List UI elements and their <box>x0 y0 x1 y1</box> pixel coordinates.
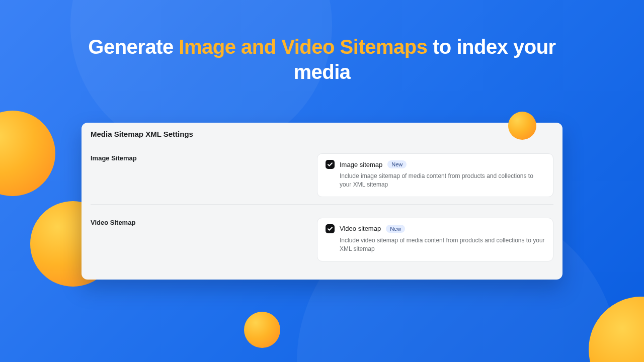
headline-part1: Generate <box>88 36 179 58</box>
page-headline: Generate Image and Video Sitemaps to ind… <box>0 34 644 84</box>
setting-row-image-sitemap: Image Sitemap Image sitemap New Include … <box>91 149 553 204</box>
option-name: Image sitemap <box>340 161 382 168</box>
option-description: Include image sitemap of media content f… <box>340 172 545 190</box>
headline-accent: Image and Video Sitemaps <box>179 36 427 58</box>
check-icon <box>327 161 333 167</box>
setting-row-video-sitemap: Video Sitemap Video sitemap New Include … <box>91 204 553 268</box>
panel-title: Media Sitemap XML Settings <box>91 130 553 138</box>
checkbox-image-sitemap[interactable] <box>326 160 335 169</box>
checkbox-video-sitemap[interactable] <box>326 224 335 233</box>
option-head: Image sitemap New <box>326 160 545 169</box>
option-card-video-sitemap: Video sitemap New Include video sitemap … <box>317 218 553 261</box>
option-card-image-sitemap: Image sitemap New Include image sitemap … <box>317 153 553 197</box>
option-description: Include video sitemap of media content f… <box>340 236 545 254</box>
row-label: Video Sitemap <box>91 218 297 226</box>
check-icon <box>327 226 333 232</box>
decorative-orb <box>244 312 280 348</box>
new-badge: New <box>386 225 405 233</box>
new-badge: New <box>387 160 407 168</box>
settings-panel: Media Sitemap XML Settings Image Sitemap… <box>82 123 562 280</box>
option-name: Video sitemap <box>340 225 381 232</box>
decorative-orb <box>0 111 55 196</box>
decorative-orb <box>589 297 644 362</box>
option-head: Video sitemap New <box>326 224 545 233</box>
row-label: Image Sitemap <box>91 153 297 162</box>
promo-stage: Generate Image and Video Sitemaps to ind… <box>0 0 644 362</box>
